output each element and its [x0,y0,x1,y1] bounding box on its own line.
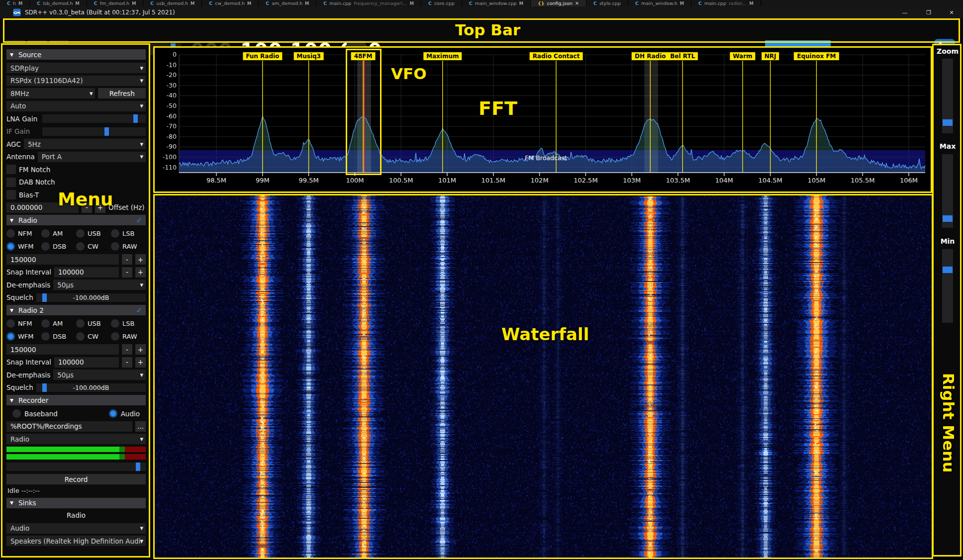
samplerate-select[interactable]: 8MHz▼ [6,88,95,98]
fm-notch-checkbox[interactable] [6,165,16,174]
snap-increment-button[interactable]: + [135,357,146,368]
station-label-radio-contact[interactable]: Radio Contact [530,52,583,60]
bandwidth-select[interactable]: Auto▼ [6,101,146,111]
mode-option-am[interactable]: AM [41,318,76,329]
radio-button[interactable] [41,242,50,251]
fft-max-slider[interactable] [942,154,953,228]
minimize-button[interactable]: — [894,6,915,18]
radio-button[interactable] [41,229,50,238]
slider-handle[interactable] [133,114,138,123]
radio-button[interactable] [76,332,85,341]
mode-option-cw[interactable]: CW [76,331,111,342]
station-label-warm[interactable]: Warm [730,52,755,60]
refresh-button[interactable]: Refresh [98,88,146,98]
squelch-slider[interactable]: -100.000dB [36,383,146,392]
vscode-tab-main-cpp[interactable]: Cmain.cppfrequency_manager\...M [316,0,421,6]
mode-option-raw[interactable]: RAW [111,331,146,342]
mode-option-wfm[interactable]: WFM [6,331,41,342]
recorder-volume-slider[interactable] [6,463,146,471]
mode-option-nfm[interactable]: NFM [6,318,41,329]
audio-radio-option[interactable]: Audio [109,409,140,418]
fft-min-slider[interactable] [942,249,953,323]
bandwidth-increment-button[interactable]: + [135,344,146,355]
fft-display[interactable]: 0-10-20-30-40-50-60-70-80-90-100-110Fun … [154,47,932,192]
recordings-path-input[interactable]: %ROOT%/Recordings [6,421,132,432]
snap-decrement-button[interactable]: - [122,267,132,278]
fft-plot[interactable] [154,47,932,192]
tab-close-icon[interactable]: ✕ [575,0,579,6]
radio-button-selected[interactable] [6,242,15,251]
mode-option-wfm[interactable]: WFM [6,241,41,252]
mode-option-dsb[interactable]: DSB [41,331,76,342]
slider-handle[interactable] [943,215,953,222]
radio-button[interactable] [111,229,119,238]
mode-option-lsb[interactable]: LSB [111,228,146,239]
squelch-slider[interactable]: -100.000dB [36,293,146,302]
radio-button[interactable] [76,319,85,328]
station-label-maximum[interactable]: Maximum [423,52,462,60]
slider-handle[interactable] [943,119,953,126]
module-enabled-check-icon[interactable]: ✓ [136,306,142,315]
mode-option-am[interactable]: AM [41,228,76,239]
mode-option-usb[interactable]: USB [76,318,111,329]
station-label-bel-rtl[interactable]: Bel RTL [667,52,698,60]
vscode-tab-lsb-demod-h[interactable]: Clsb_demod.hM [30,0,87,6]
vscode-tab-config-json[interactable]: {}config.json✕ [531,0,586,6]
baseband-radio-option[interactable]: Baseband [12,409,58,418]
bandwidth-decrement-button[interactable]: - [122,254,132,265]
bias-t-checkbox[interactable] [6,190,16,199]
if-gain-slider[interactable] [42,127,146,136]
recorder-stream-select[interactable]: Radio▼ [6,434,146,444]
radio-button[interactable] [12,409,21,418]
section-header-source[interactable]: ▼ Source [6,49,146,60]
snap-decrement-button[interactable]: - [122,357,132,368]
station-label-nrj[interactable]: NRJ [762,52,779,60]
source-device-select[interactable]: RSPdx (191106DA42)▼ [6,76,146,86]
vscode-tab-main-cpp[interactable]: Cmain.cppradio\...M [691,0,761,6]
radio-button-selected[interactable] [109,409,117,418]
radio2-bandwidth-input[interactable]: 150000 [6,344,119,355]
offset-decrement-button[interactable]: - [82,202,92,213]
station-label-equinox-fm[interactable]: Equinox FM [794,52,839,60]
sink-type-select[interactable]: Audio▼ [6,523,146,534]
vscode-tab-main-window-cpp[interactable]: Cmain_window.cppM [462,0,531,6]
radio-button[interactable] [41,332,50,341]
source-driver-select[interactable]: SDRplay▼ [6,63,146,73]
offset-increment-button[interactable]: + [95,202,105,213]
slider-handle[interactable] [943,267,953,273]
bandwidth-decrement-button[interactable]: - [122,344,132,355]
radio-button[interactable] [111,332,119,341]
radio-bandwidth-input[interactable]: 150000 [6,254,119,265]
sink-device-select[interactable]: Speakers (Realtek High Definition Audio)… [6,536,146,546]
mode-option-lsb[interactable]: LSB [111,318,146,329]
bandwidth-increment-button[interactable]: + [135,254,146,265]
record-button[interactable]: Record [6,474,146,484]
station-label-48fm[interactable]: 48FM [351,52,376,60]
vscode-tab-main-window-h[interactable]: Cmain_window.hM [628,0,691,6]
radio-button[interactable] [6,229,15,238]
radio-button[interactable] [111,242,119,251]
vscode-tab-h[interactable]: ChM [0,0,30,6]
radio-button[interactable] [111,319,119,328]
mode-option-usb[interactable]: USB [76,228,111,239]
radio-button[interactable] [76,229,85,238]
mode-option-dsb[interactable]: DSB [41,241,76,252]
vscode-tab-am-demod-h[interactable]: Cam_demod.hM [259,0,316,6]
section-header-radio[interactable]: ▼ Radio ✓ [6,215,146,225]
lna-gain-slider[interactable] [42,114,146,123]
browse-button[interactable]: ... [135,421,146,432]
section-header-recorder[interactable]: ▼ Recorder [6,395,146,405]
module-enabled-check-icon[interactable]: ✓ [136,216,142,225]
mode-option-raw[interactable]: RAW [111,241,146,252]
agc-select[interactable]: 5Hz▼ [24,139,146,149]
waterfall-display[interactable] [154,194,933,559]
vscode-tab-fm-demod-h[interactable]: Cfm_demod.hM [87,0,144,6]
radio-button[interactable] [6,319,15,328]
mode-option-cw[interactable]: CW [76,241,111,252]
station-label-fun-radio[interactable]: Fun Radio [243,52,282,60]
close-button[interactable]: ✕ [941,6,962,18]
radio-button[interactable] [76,242,85,251]
vscode-tab-cw-demod-h[interactable]: Ccw_demod.hM [202,0,259,6]
snap-increment-button[interactable]: + [135,267,146,278]
slider-handle[interactable] [136,463,140,471]
